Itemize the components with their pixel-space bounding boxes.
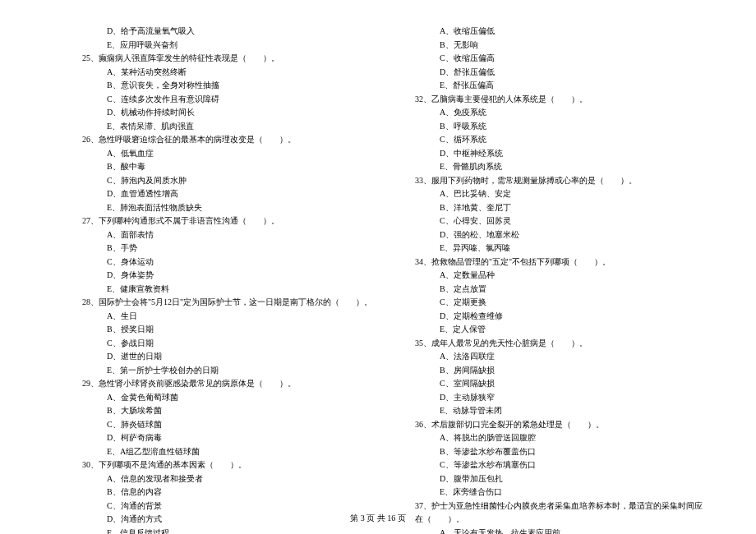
q25-opt-b: B、意识丧失，全身对称性抽搐 [82,79,374,93]
q35-opt-c: C、室间隔缺损 [415,377,707,391]
q35-opt-d: D、主动脉狭窄 [415,391,707,405]
q28-opt-c: C、参战日期 [82,337,374,351]
q30: 30、下列哪项不是沟通的基本因素（ ）。 [82,458,374,472]
q36: 36、术后腹部切口完全裂开的紧急处理是（ ）。 [415,418,707,432]
q34-opt-b: B、定点放置 [415,283,707,297]
q27: 27、下列哪种沟通形式不属于非语言性沟通（ ）。 [82,214,374,228]
q31-opt-a: A、收缩压偏低 [415,25,707,39]
q36-opt-b: B、等渗盐水纱布覆盖伤口 [415,445,707,459]
q26-opt-a: A、低氧血症 [82,147,374,161]
q35-opt-e: E、动脉导管未闭 [415,404,707,418]
q29-opt-b: B、大肠埃希菌 [82,404,374,418]
q26-opt-c: C、肺泡内及间质水肿 [82,174,374,188]
q31-opt-d: D、舒张压偏低 [415,66,707,80]
q28-opt-b: B、授奖日期 [82,323,374,337]
q32-opt-d: D、中枢神经系统 [415,147,707,161]
q31-opt-e: E、舒张压偏高 [415,79,707,93]
q24-opt-d: D、给予高流量氧气吸入 [82,25,374,39]
q25-opt-c: C、连续多次发作且有意识障碍 [82,93,374,107]
q36-opt-d: D、腹带加压包扎 [415,472,707,486]
q31-opt-b: B、无影响 [415,39,707,53]
right-column: A、收缩压偏低 B、无影响 C、收缩压偏高 D、舒张压偏低 E、舒张压偏高 32… [415,25,707,534]
q31-opt-c: C、收缩压偏高 [415,52,707,66]
q36-opt-e: E、床旁缝合伤口 [415,486,707,499]
q32-opt-c: C、循环系统 [415,133,707,147]
q35-opt-a: A、法洛四联症 [415,350,707,364]
q34-opt-a: A、定数量品种 [415,269,707,283]
q27-opt-b: B、手势 [82,242,374,255]
q25-opt-e: E、表情呆滞、肌肉强直 [82,120,374,134]
q36-opt-c: C、等渗盐水纱布填塞伤口 [415,458,707,472]
q30-opt-e: E、信息反馈过程 [82,527,374,535]
q26-opt-b: B、酸中毒 [82,160,374,174]
q28: 28、国际护士会将"5月12日"定为国际护士节，这一日期是南丁格尔的（ ）。 [82,296,374,310]
q28-opt-d: D、逝世的日期 [82,350,374,364]
left-column: D、给予高流量氧气吸入 E、应用呼吸兴奋剂 25、癫痫病人强直阵挛发生的特征性表… [82,25,374,534]
q29-opt-a: A、金黄色葡萄球菌 [82,391,374,405]
q37-opt-a: A、无论有无发热，抗生素应用前 [415,527,707,535]
q26-opt-e: E、肺泡表面活性物质缺失 [82,201,374,215]
q30-opt-b: B、信息的内容 [82,486,374,499]
q34-opt-e: E、定人保管 [415,323,707,337]
q33-opt-d: D、强的松、地塞米松 [415,228,707,242]
q26: 26、急性呼吸窘迫综合征的最基本的病理改变是（ ）。 [82,133,374,147]
q27-opt-c: C、身体运动 [82,255,374,269]
q34: 34、抢救物品管理的"五定"不包括下列哪项（ ）。 [415,255,707,269]
q27-opt-a: A、面部表情 [82,228,374,242]
q33-opt-c: C、心得安、回苏灵 [415,214,707,228]
q32-opt-e: E、骨骼肌肉系统 [415,160,707,174]
q24-opt-e: E、应用呼吸兴奋剂 [82,39,374,53]
q35-opt-b: B、房间隔缺损 [415,364,707,378]
q36-opt-a: A、将脱出的肠管送回腹腔 [415,431,707,445]
q29: 29、急性肾小球肾炎前驱感染最常见的病原体是（ ）。 [82,377,374,391]
page-footer: 第 3 页 共 16 页 [0,513,756,524]
q33-opt-e: E、异丙嗪、氯丙嗪 [415,242,707,255]
q32-opt-b: B、呼吸系统 [415,120,707,134]
q28-opt-e: E、第一所护士学校创办的日期 [82,364,374,378]
q28-opt-a: A、生日 [82,310,374,324]
q29-opt-e: E、A组乙型溶血性链球菌 [82,445,374,459]
q27-opt-d: D、身体姿势 [82,269,374,283]
q29-opt-c: C、肺炎链球菌 [82,418,374,432]
q33-opt-b: B、洋地黄、奎尼丁 [415,201,707,215]
q35: 35、成年人最常见的先天性心脏病是（ ）。 [415,337,707,351]
q26-opt-d: D、血管通透性增高 [82,187,374,201]
q33-opt-a: A、巴比妥钠、安定 [415,187,707,201]
q34-opt-c: C、定期更换 [415,296,707,310]
q25-opt-a: A、某种活动突然终断 [82,66,374,80]
q30-opt-a: A、信息的发现者和接受者 [82,472,374,486]
q25: 25、癫痫病人强直阵挛发生的特征性表现是（ ）。 [82,52,374,66]
q32-opt-a: A、免疫系统 [415,106,707,120]
q32: 32、乙脑病毒主要侵犯的人体系统是（ ）。 [415,93,707,107]
q25-opt-d: D、机械动作持续时间长 [82,106,374,120]
q30-opt-c: C、沟通的背景 [82,499,374,513]
q27-opt-e: E、健康宣教资料 [82,283,374,297]
q29-opt-d: D、柯萨奇病毒 [82,431,374,445]
q34-opt-d: D、定期检查维修 [415,310,707,324]
q33: 33、服用下列药物时，需常规测量脉搏或心率的是（ ）。 [415,174,707,188]
